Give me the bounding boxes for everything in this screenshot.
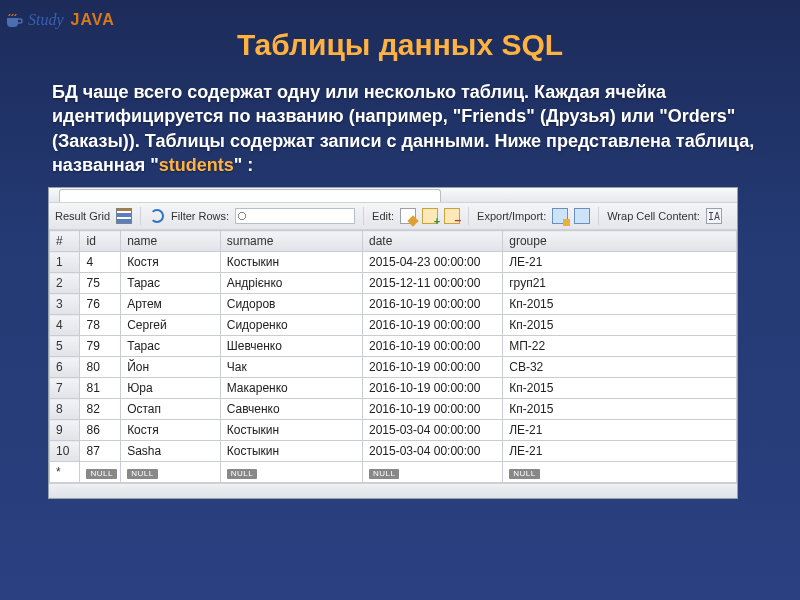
table-cell[interactable]: 75	[80, 273, 121, 294]
table-cell[interactable]: Костыкин	[220, 441, 362, 462]
table-cell[interactable]: Костя	[121, 420, 221, 441]
table-cell[interactable]: Йон	[121, 357, 221, 378]
wrap-cell-icon[interactable]: IA	[706, 208, 722, 224]
table-cell[interactable]: Сергей	[121, 315, 221, 336]
table-row[interactable]: 986КостяКостыкин2015-03-04 00:00:00ЛЕ-21	[50, 420, 737, 441]
table-cell[interactable]: Остап	[121, 399, 221, 420]
table-cell-null[interactable]: NULL	[503, 462, 737, 483]
result-grid-icon[interactable]	[116, 208, 132, 224]
table-cell[interactable]: Кп-2015	[503, 294, 737, 315]
edit-row-icon[interactable]	[400, 208, 416, 224]
table-cell[interactable]: 8	[50, 399, 80, 420]
table-cell[interactable]: 2015-04-23 00:00:00	[362, 252, 502, 273]
table-cell[interactable]: 76	[80, 294, 121, 315]
table-cell[interactable]: 2016-10-19 00:00:00	[362, 378, 502, 399]
table-cell[interactable]: 7	[50, 378, 80, 399]
table-cell[interactable]: 2016-10-19 00:00:00	[362, 336, 502, 357]
table-cell[interactable]: 6	[50, 357, 80, 378]
table-cell[interactable]: Сидоренко	[220, 315, 362, 336]
refresh-icon[interactable]	[149, 208, 165, 224]
table-cell[interactable]: 9	[50, 420, 80, 441]
table-cell[interactable]: Артем	[121, 294, 221, 315]
table-cell[interactable]: 81	[80, 378, 121, 399]
table-cell[interactable]: 5	[50, 336, 80, 357]
table-cell[interactable]: 2015-03-04 00:00:00	[362, 441, 502, 462]
table-cell[interactable]: 2016-10-19 00:00:00	[362, 357, 502, 378]
table-cell-null[interactable]: *	[50, 462, 80, 483]
table-cell[interactable]: Сидоров	[220, 294, 362, 315]
table-cell[interactable]: 2016-10-19 00:00:00	[362, 294, 502, 315]
table-row[interactable]: 275ТарасАндрієнко2015-12-11 00:00:00груп…	[50, 273, 737, 294]
delete-row-icon[interactable]	[444, 208, 460, 224]
column-header[interactable]: surname	[220, 231, 362, 252]
column-header[interactable]: groupe	[503, 231, 737, 252]
column-header[interactable]: id	[80, 231, 121, 252]
table-cell[interactable]: ЛЕ-21	[503, 252, 737, 273]
table-cell[interactable]: 10	[50, 441, 80, 462]
export-icon[interactable]	[552, 208, 568, 224]
table-cell[interactable]: Кп-2015	[503, 378, 737, 399]
table-cell[interactable]: 87	[80, 441, 121, 462]
horizontal-scrollbar[interactable]	[49, 483, 737, 498]
table-cell[interactable]: Чак	[220, 357, 362, 378]
table-cell[interactable]: МП-22	[503, 336, 737, 357]
table-row[interactable]: 781ЮраМакаренко2016-10-19 00:00:00Кп-201…	[50, 378, 737, 399]
table-cell[interactable]: Юра	[121, 378, 221, 399]
table-row[interactable]: 14КостяКостыкин2015-04-23 00:00:00ЛЕ-21	[50, 252, 737, 273]
table-row[interactable]: 882ОстапСавченко2016-10-19 00:00:00Кп-20…	[50, 399, 737, 420]
table-cell-null[interactable]: NULL	[362, 462, 502, 483]
table-cell[interactable]: 79	[80, 336, 121, 357]
table-cell[interactable]: Савченко	[220, 399, 362, 420]
import-icon[interactable]	[574, 208, 590, 224]
column-header[interactable]: name	[121, 231, 221, 252]
table-cell[interactable]: 2015-12-11 00:00:00	[362, 273, 502, 294]
table-cell[interactable]: Кп-2015	[503, 315, 737, 336]
table-cell[interactable]: Андрієнко	[220, 273, 362, 294]
table-cell[interactable]: 2	[50, 273, 80, 294]
table-cell[interactable]: Sasha	[121, 441, 221, 462]
table-cell[interactable]: 80	[80, 357, 121, 378]
table-cell[interactable]: 78	[80, 315, 121, 336]
table-row[interactable]: 478СергейСидоренко2016-10-19 00:00:00Кп-…	[50, 315, 737, 336]
table-cell[interactable]: 86	[80, 420, 121, 441]
table-empty-row[interactable]: *NULLNULLNULLNULLNULL	[50, 462, 737, 483]
add-row-icon[interactable]	[422, 208, 438, 224]
table-cell[interactable]: Тарас	[121, 273, 221, 294]
table-cell[interactable]: 3	[50, 294, 80, 315]
table-cell[interactable]: 2016-10-19 00:00:00	[362, 399, 502, 420]
table-row[interactable]: 376АртемСидоров2016-10-19 00:00:00Кп-201…	[50, 294, 737, 315]
table-cell[interactable]: 4	[50, 315, 80, 336]
table-row[interactable]: 680ЙонЧак2016-10-19 00:00:00СВ-32	[50, 357, 737, 378]
table-row[interactable]: 579ТарасШевченко2016-10-19 00:00:00МП-22	[50, 336, 737, 357]
intro-highlight: students	[159, 155, 234, 175]
column-header[interactable]: date	[362, 231, 502, 252]
active-tab[interactable]	[59, 189, 441, 202]
students-table: #idnamesurnamedategroupe 14КостяКостыкин…	[49, 230, 737, 483]
table-row[interactable]: 1087SashaКостыкин2015-03-04 00:00:00ЛЕ-2…	[50, 441, 737, 462]
result-tabstrip[interactable]	[49, 188, 737, 203]
table-cell[interactable]: ЛЕ-21	[503, 420, 737, 441]
table-cell[interactable]: 1	[50, 252, 80, 273]
table-cell[interactable]: Костыкин	[220, 252, 362, 273]
table-cell[interactable]: Кп-2015	[503, 399, 737, 420]
table-cell[interactable]: 82	[80, 399, 121, 420]
table-cell[interactable]: ЛЕ-21	[503, 441, 737, 462]
table-cell[interactable]: груп21	[503, 273, 737, 294]
intro-before: БД чаще всего содержат одну или нескольк…	[52, 82, 754, 175]
table-cell[interactable]: Шевченко	[220, 336, 362, 357]
table-cell[interactable]: СВ-32	[503, 357, 737, 378]
filter-rows-input[interactable]	[235, 208, 355, 224]
table-cell-null[interactable]: NULL	[80, 462, 121, 483]
table-cell[interactable]: Костя	[121, 252, 221, 273]
table-cell[interactable]: 4	[80, 252, 121, 273]
table-cell[interactable]: Тарас	[121, 336, 221, 357]
table-cell-null[interactable]: NULL	[220, 462, 362, 483]
null-pill: NULL	[369, 469, 399, 479]
table-cell[interactable]: Макаренко	[220, 378, 362, 399]
table-cell-null[interactable]: NULL	[121, 462, 221, 483]
null-pill: NULL	[509, 469, 539, 479]
column-header[interactable]: #	[50, 231, 80, 252]
table-cell[interactable]: Костыкин	[220, 420, 362, 441]
table-cell[interactable]: 2016-10-19 00:00:00	[362, 315, 502, 336]
table-cell[interactable]: 2015-03-04 00:00:00	[362, 420, 502, 441]
